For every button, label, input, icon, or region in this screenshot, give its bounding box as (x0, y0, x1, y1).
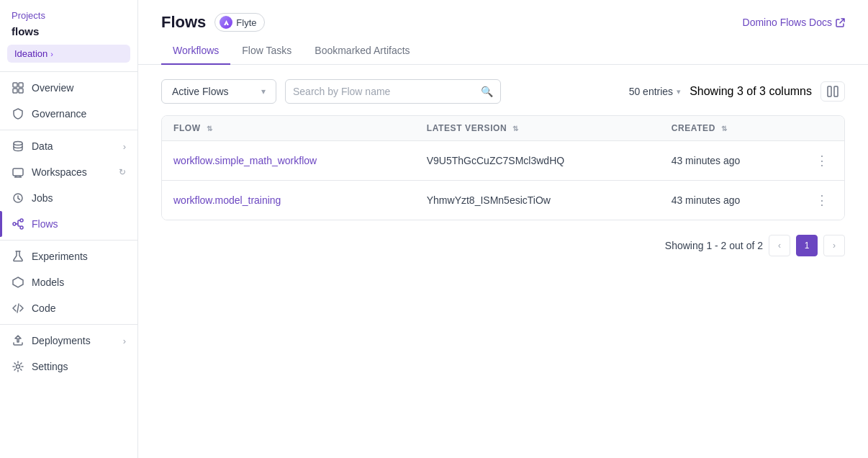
flows-table: FLOW ⇅ LATEST VERSION ⇅ CREATED ⇅ workfl… (161, 115, 845, 220)
sidebar: Projects flows Ideation › Overview Gover… (0, 0, 138, 458)
sidebar-item-overview[interactable]: Overview (0, 75, 137, 101)
workspaces-refresh-icon: ↻ (119, 167, 126, 177)
toolbar: Active Flows ▾ 🔍 50 entries ▾ Showing 3 … (161, 79, 845, 104)
sidebar-item-settings[interactable]: Settings (0, 354, 137, 380)
col-created[interactable]: CREATED ⇅ (660, 116, 800, 141)
table-body: workflow.simple_math_workflow V9U5ThGcCu… (162, 141, 844, 220)
table-header: FLOW ⇅ LATEST VERSION ⇅ CREATED ⇅ (162, 116, 844, 141)
svg-rect-5 (13, 169, 23, 176)
data-expand-icon: › (123, 141, 126, 152)
pagination-prev[interactable]: ‹ (769, 235, 790, 256)
governance-icon (12, 107, 24, 120)
sidebar-item-label: Governance (32, 108, 86, 120)
docs-link-label: Domino Flows Docs (743, 17, 832, 28)
sidebar-item-label: Settings (32, 361, 68, 372)
svg-point-9 (20, 226, 23, 229)
table-row: workflow.simple_math_workflow V9U5ThGcCu… (162, 141, 844, 181)
tab-workflows[interactable]: Workflows (161, 37, 230, 65)
table-row: workflow.model_training YhmwYzt8_ISMn5es… (162, 181, 844, 220)
sidebar-projects-link[interactable]: Projects (0, 0, 137, 24)
svg-point-8 (20, 219, 23, 222)
sidebar-item-experiments[interactable]: Experiments (0, 243, 137, 269)
flow-name-cell[interactable]: workflow.simple_math_workflow (162, 141, 415, 181)
sidebar-item-label: Jobs (32, 192, 53, 204)
svg-point-4 (14, 142, 22, 145)
flow-name-cell[interactable]: workflow.model_training (162, 181, 415, 220)
sidebar-item-label: Overview (32, 82, 73, 94)
pagination-next[interactable]: › (823, 235, 845, 256)
sidebar-item-jobs[interactable]: Jobs (0, 185, 137, 211)
search-input[interactable] (293, 80, 481, 103)
search-icon: 🔍 (481, 86, 493, 97)
chevron-right-icon: › (50, 50, 53, 58)
flow-created-cell: 43 minutes ago (660, 181, 800, 220)
entries-count: 50 entries (629, 86, 673, 97)
tab-bookmarked-artifacts[interactable]: Bookmarked Artifacts (303, 37, 421, 65)
sidebar-breadcrumb[interactable]: Ideation › (7, 45, 130, 63)
col-flow[interactable]: FLOW ⇅ (162, 116, 415, 141)
search-box: 🔍 (285, 79, 501, 104)
jobs-icon (12, 192, 24, 205)
svg-rect-3 (19, 89, 23, 93)
flows-icon (12, 217, 24, 230)
svg-rect-2 (13, 89, 17, 93)
pagination-page-1[interactable]: 1 (796, 235, 818, 256)
code-icon (12, 302, 24, 315)
sidebar-item-models[interactable]: Models (0, 269, 137, 295)
sidebar-divider (0, 130, 137, 130)
flow-version-cell: V9U5ThGcCuZC7SMcl3wdHQ (415, 141, 660, 181)
flow-version-cell: YhmwYzt8_ISMn5esicTiOw (415, 181, 660, 220)
chevron-down-icon: ▾ (261, 86, 266, 96)
title-row: Flows Flyte (161, 13, 265, 32)
page-title: Flows (161, 13, 206, 32)
models-icon (12, 276, 24, 289)
sidebar-item-label: Models (32, 277, 64, 288)
row-menu-button[interactable]: ⋮ (811, 151, 833, 170)
col-actions (800, 116, 844, 141)
flow-actions-cell: ⋮ (800, 141, 844, 181)
filter-dropdown[interactable]: Active Flows ▾ (161, 79, 276, 104)
content-area: Active Flows ▾ 🔍 50 entries ▾ Showing 3 … (138, 65, 868, 458)
sidebar-project-name: flows (0, 24, 137, 42)
svg-rect-0 (13, 83, 17, 87)
deployments-expand-icon: › (123, 336, 126, 346)
deployments-icon (12, 334, 24, 347)
sidebar-item-label: Deployments (32, 335, 91, 346)
sidebar-item-label: Data (32, 140, 53, 152)
table: FLOW ⇅ LATEST VERSION ⇅ CREATED ⇅ workfl… (162, 116, 844, 220)
svg-point-10 (17, 365, 20, 369)
sidebar-item-code[interactable]: Code (0, 295, 137, 321)
columns-button[interactable] (820, 81, 845, 102)
docs-link[interactable]: Domino Flows Docs (743, 17, 845, 28)
flow-created-cell: 43 minutes ago (660, 141, 800, 181)
sidebar-item-data[interactable]: Data › (0, 133, 137, 159)
overview-icon (12, 81, 24, 94)
workspaces-icon (12, 166, 24, 179)
flow-actions-cell: ⋮ (800, 181, 844, 220)
sort-icon: ⇅ (512, 125, 519, 133)
sidebar-divider (0, 71, 137, 72)
row-menu-button[interactable]: ⋮ (811, 191, 833, 210)
experiments-icon (12, 250, 24, 263)
columns-icon (827, 86, 838, 97)
sidebar-item-label: Experiments (32, 251, 88, 262)
sidebar-item-governance[interactable]: Governance (0, 101, 137, 127)
entries-chevron-icon: ▾ (677, 87, 681, 96)
data-icon (12, 140, 24, 153)
sidebar-divider (0, 324, 137, 325)
sort-icon: ⇅ (207, 125, 213, 133)
sidebar-item-flows[interactable]: Flows (0, 211, 137, 237)
sidebar-item-label: Code (32, 302, 55, 314)
col-latest-version[interactable]: LATEST VERSION ⇅ (415, 116, 660, 141)
flyte-label: Flyte (236, 17, 256, 28)
sidebar-item-deployments[interactable]: Deployments › (0, 328, 137, 354)
main-content: Flows Flyte Domino Flows Docs Workflows … (138, 0, 868, 458)
sidebar-item-workspaces[interactable]: Workspaces ↻ (0, 159, 137, 185)
breadcrumb-label: Ideation (14, 48, 48, 59)
toolbar-right: 50 entries ▾ Showing 3 of 3 columns (629, 81, 845, 102)
sidebar-divider (0, 240, 137, 241)
settings-icon (12, 360, 24, 373)
tab-flow-tasks[interactable]: Flow Tasks (230, 37, 303, 65)
entries-dropdown[interactable]: 50 entries ▾ (629, 86, 681, 97)
external-link-icon (836, 18, 845, 27)
